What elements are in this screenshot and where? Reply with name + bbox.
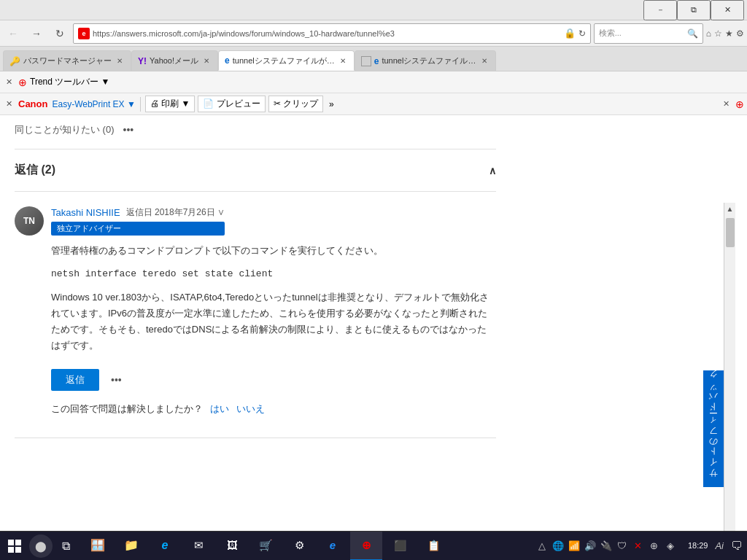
ie-icon: e [330, 539, 336, 551]
tab-tunnel-active[interactable]: e tunnelシステムファイルが見つか... ✕ [218, 50, 355, 71]
avatar: TN [15, 206, 44, 236]
taskbar-app-windows[interactable]: 🪟 [82, 532, 114, 561]
restore-button[interactable]: ⧉ [677, 0, 711, 20]
cortana-button[interactable]: ⬤ [29, 534, 53, 558]
explorer-icon: 📁 [124, 538, 139, 552]
tab-favicon-blank [361, 56, 371, 66]
scrollbar-right[interactable]: ▲ ▼ [724, 203, 735, 559]
reply-date[interactable]: 返信日 2018年7月26日 ∨ [126, 206, 225, 219]
close-button[interactable]: ✕ [711, 0, 744, 20]
same-question-dots[interactable]: ••• [120, 122, 137, 137]
start-button[interactable] [0, 532, 29, 561]
toolbar-trend-close[interactable]: ✕ [3, 76, 15, 88]
home-icon[interactable]: ⌂ [706, 28, 711, 39]
tray-antivirus-icon[interactable]: ⊕ [647, 539, 662, 553]
tab-password-manager[interactable]: 🔑 パスワードマネージャー ✕ [3, 50, 131, 71]
search-icon[interactable]: 🔍 [687, 28, 698, 39]
collapse-btn[interactable]: ∧ [489, 165, 496, 176]
toolbar-canon-x[interactable]: ✕ [720, 98, 732, 110]
taskbar-app-explorer[interactable]: 📁 [115, 532, 147, 561]
lock-icon: 🔒 [564, 28, 576, 39]
taskbar-app-ie[interactable]: e [317, 532, 349, 561]
reply-actions: 返信 ••• [51, 369, 496, 391]
helpful-no-link[interactable]: いいえ [236, 402, 265, 416]
taskbar-app-extra[interactable]: 📋 [417, 532, 449, 561]
svg-rect-3 [15, 547, 21, 553]
clip-btn[interactable]: ✂ クリップ [268, 96, 323, 112]
reply-dots-btn[interactable]: ••• [108, 373, 125, 387]
tray-extra-icon[interactable]: ◈ [663, 539, 678, 553]
taskbar-app-edge[interactable]: e [149, 532, 181, 561]
star-icon[interactable]: ☆ [714, 28, 722, 39]
tab-close-btn[interactable]: ✕ [338, 55, 348, 66]
address-icons: 🔒 ↻ [564, 28, 586, 39]
taskbar-app-browser-active[interactable]: ⊕ [350, 532, 382, 561]
tray-network-icon[interactable]: 🌐 [551, 539, 565, 553]
avatar-image: TN [15, 206, 44, 236]
cmd-icon: ⬛ [394, 540, 406, 551]
notification-button[interactable]: 🗨 [727, 532, 747, 561]
helpful-yes-link[interactable]: はい [210, 402, 229, 416]
taskbar-app-cmd[interactable]: ⬛ [384, 532, 416, 561]
tabs-bar: 🔑 パスワードマネージャー ✕ Y! Yahoo!メール ✕ e tunnelシ… [0, 47, 747, 71]
tab-close-btn[interactable]: ✕ [201, 56, 212, 66]
taskbar-apps: 🪟 📁 e ✉ 🖼 🛒 ⚙ e ⊕ ⬛ 📋 [82, 532, 529, 561]
tray-shield-icon[interactable]: 🛡 [615, 539, 630, 553]
task-view-button[interactable]: ⧉ [53, 532, 79, 561]
tab-favicon: e [374, 56, 379, 66]
toolbar-sep [140, 97, 141, 112]
taskbar-app-mail[interactable]: ✉ [182, 532, 214, 561]
taskbar: ⬤ ⧉ 🪟 📁 e ✉ 🖼 🛒 ⚙ e ⊕ [0, 531, 747, 560]
same-question-bar: 同じことが知りたい (0) ••• [15, 122, 496, 137]
tray-wifi-icon[interactable]: 📶 [567, 539, 581, 553]
scroll-track[interactable] [724, 214, 735, 559]
scroll-thumb[interactable] [726, 218, 735, 247]
windows-app-icon: 🪟 [90, 538, 105, 552]
print-btn[interactable]: 🖨 印刷 ▼ [145, 96, 196, 112]
content-area: 同じことが知りたい (0) ••• 返信 (2) ∧ TN Takashi NI… [0, 115, 735, 559]
feedback-tab[interactable]: サイトのフィードバック [703, 370, 724, 487]
helpful-question: この回答で問題は解決しましたか？ [51, 402, 203, 416]
more-btn[interactable]: » [326, 98, 337, 111]
tray-clock[interactable]: 18:29 [684, 540, 713, 551]
reply-section: TN Takashi NISHIIE 返信日 2018年7月26日 ∨ 独立アド… [15, 206, 496, 416]
taskbar-app-settings[interactable]: ⚙ [283, 532, 315, 561]
tab-yahoo-mail[interactable]: Y! Yahoo!メール ✕ [131, 50, 218, 71]
content-inner: 同じことが知りたい (0) ••• 返信 (2) ∧ TN Takashi NI… [0, 115, 511, 451]
address-favicon: e [78, 28, 90, 39]
tab-close-btn[interactable]: ✕ [479, 56, 489, 66]
preview-btn[interactable]: 📄 プレビュー [198, 96, 265, 112]
toolbar-canon-close[interactable]: ✕ [3, 98, 15, 110]
tray-chevron-icon[interactable]: △ [535, 539, 549, 553]
address-bar[interactable]: e https://answers.microsoft.com/ja-jp/wi… [73, 23, 591, 44]
author-info: Takashi NISHIIE 返信日 2018年7月26日 ∨ 独立アドバイザ… [51, 206, 225, 236]
scroll-up-arrow[interactable]: ▲ [724, 203, 736, 214]
tab-close-btn[interactable]: ✕ [115, 56, 125, 66]
favorites-icon[interactable]: ★ [725, 28, 733, 39]
divider-bottom [15, 438, 496, 438]
body-para2: Windows 10 ver.1803から、ISATAP,6to4,Teredo… [51, 289, 496, 354]
easyweb-label[interactable]: Easy-WebPrint EX ▼ [52, 99, 135, 109]
refresh-button[interactable]: ↻ [50, 23, 70, 44]
search-bar[interactable]: 検索... 🔍 [594, 23, 703, 44]
author-name-link[interactable]: Takashi NISHIIE [51, 207, 120, 218]
taskbar-app-photos[interactable]: 🖼 [216, 532, 248, 561]
forward-button[interactable]: → [26, 23, 47, 44]
tray-volume-icon[interactable]: 🔊 [583, 539, 597, 553]
reply-button[interactable]: 返信 [51, 369, 99, 391]
taskbar-app-store[interactable]: 🛒 [249, 532, 282, 561]
minimize-button[interactable]: － [643, 0, 677, 20]
trend-logo-icon: ⊕ [18, 77, 27, 88]
canon-label: Canon [18, 98, 47, 109]
back-button[interactable]: ← [3, 23, 23, 44]
tray-usb-icon[interactable]: 🔌 [599, 539, 614, 553]
tray-red-x-icon[interactable]: ✕ [631, 539, 646, 553]
settings-icon[interactable]: ⚙ [736, 28, 744, 39]
ai-label[interactable]: Ai [712, 540, 727, 551]
title-bar: － ⧉ ✕ [0, 0, 747, 20]
nav-bar: ← → ↻ e https://answers.microsoft.com/ja… [0, 20, 747, 47]
trend-toolbar-label[interactable]: Trend ツールバー ▼ [30, 76, 109, 88]
address-text: https://answers.microsoft.com/ja-jp/wind… [93, 29, 561, 38]
extra-app-icon: 📋 [427, 540, 440, 551]
tab-tunnel-second[interactable]: e tunnelシステムファイルが見つかり... ✕ [355, 50, 497, 71]
